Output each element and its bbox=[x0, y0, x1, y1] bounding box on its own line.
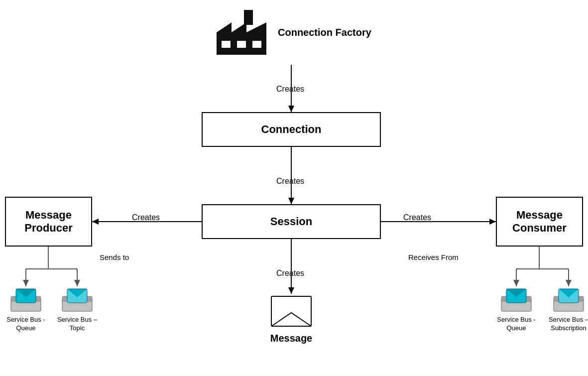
sb-subscription-right-label: Service Bus – Subscription bbox=[549, 316, 588, 333]
sb-queue-left-label: Service Bus - Queue bbox=[6, 316, 45, 333]
svg-marker-9 bbox=[288, 287, 294, 294]
connection-label: Connection bbox=[261, 123, 322, 136]
creates-label-3: Creates bbox=[132, 213, 160, 222]
message-envelope: Message bbox=[269, 294, 314, 344]
creates-label-1: Creates bbox=[276, 85, 304, 94]
producer-box: Message Producer bbox=[5, 197, 92, 247]
sb-subscription-right: Service Bus – Subscription bbox=[546, 286, 588, 333]
svg-rect-26 bbox=[244, 10, 253, 25]
svg-marker-15 bbox=[74, 280, 80, 286]
svg-marker-7 bbox=[489, 219, 496, 225]
sb-queue-right: Service Bus - Queue bbox=[494, 286, 539, 333]
sb-queue-left-icon bbox=[8, 286, 43, 314]
message-envelope-icon bbox=[269, 294, 314, 329]
sb-topic-left-icon bbox=[60, 286, 95, 314]
svg-rect-25 bbox=[252, 41, 261, 48]
factory-icon bbox=[214, 5, 269, 60]
svg-marker-13 bbox=[23, 280, 29, 286]
receives-from-label: Receives From bbox=[408, 253, 459, 261]
sb-topic-left-label: Service Bus – Topic bbox=[57, 316, 97, 333]
svg-marker-1 bbox=[288, 106, 294, 112]
factory-container: Connection Factory bbox=[214, 5, 371, 60]
producer-label: Message Producer bbox=[24, 209, 73, 235]
message-label: Message bbox=[270, 333, 313, 344]
sb-queue-right-label: Service Bus - Queue bbox=[497, 316, 535, 333]
factory-label: Connection Factory bbox=[278, 27, 371, 38]
sb-topic-left: Service Bus – Topic bbox=[55, 286, 100, 333]
svg-rect-24 bbox=[237, 41, 246, 48]
creates-label-2: Creates bbox=[276, 177, 304, 186]
sb-queue-left: Service Bus - Queue bbox=[3, 286, 48, 333]
svg-marker-22 bbox=[217, 22, 266, 55]
svg-rect-23 bbox=[222, 41, 231, 48]
consumer-box: Message Consumer bbox=[496, 197, 583, 247]
connection-box: Connection bbox=[202, 112, 381, 147]
creates-label-4: Creates bbox=[403, 213, 431, 222]
consumer-label: Message Consumer bbox=[512, 209, 567, 235]
session-box: Session bbox=[202, 204, 381, 239]
svg-marker-5 bbox=[92, 219, 99, 225]
diagram: Connection Factory Creates Connection Cr… bbox=[0, 0, 588, 376]
creates-label-5: Creates bbox=[276, 269, 304, 278]
sb-subscription-right-icon bbox=[551, 286, 586, 314]
sends-to-label: Sends to bbox=[100, 253, 129, 261]
svg-marker-19 bbox=[513, 280, 519, 286]
session-label: Session bbox=[270, 215, 312, 228]
svg-marker-3 bbox=[288, 198, 294, 204]
sb-queue-right-icon bbox=[499, 286, 534, 314]
svg-marker-21 bbox=[566, 280, 572, 286]
